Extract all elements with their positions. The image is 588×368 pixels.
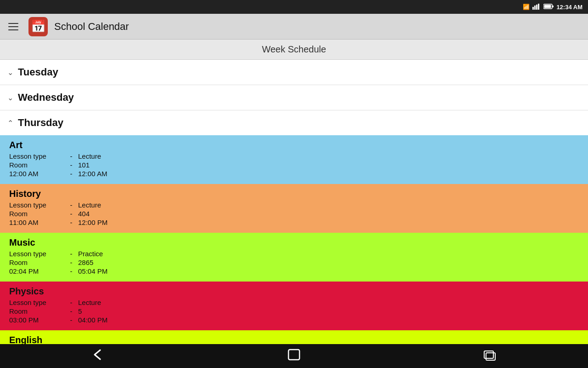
back-button[interactable] <box>82 345 115 367</box>
lesson-title-physics: Physics <box>9 286 579 297</box>
day-section-tuesday: ⌄ Tuesday <box>0 60 588 85</box>
lesson-title-history: History <box>9 189 579 199</box>
svg-rect-2 <box>536 5 537 10</box>
lesson-room-row-music: Room - 2865 <box>9 259 579 266</box>
day-name-tuesday: Tuesday <box>18 66 58 78</box>
day-name-thursday: Thursday <box>18 117 63 129</box>
day-header-tuesday[interactable]: ⌄ Tuesday <box>0 60 588 85</box>
week-schedule-header: Week Schedule <box>0 40 588 60</box>
day-name-wednesday: Wednesday <box>18 92 74 104</box>
home-button[interactable] <box>278 345 310 367</box>
chevron-thursday: ⌃ <box>7 119 13 127</box>
lesson-card-music[interactable]: Music Lesson type - Practice Room - 2865… <box>0 233 588 282</box>
lesson-room-row-physics: Room - 5 <box>9 307 579 315</box>
wifi-icon: 📶 <box>523 4 530 10</box>
main-content: ⌄ Tuesday ⌄ Wednesday ⌃ Thursday Art Les… <box>0 60 588 344</box>
lesson-type-row-music: Lesson type - Practice <box>9 250 579 258</box>
chevron-wednesday: ⌄ <box>7 93 13 102</box>
lesson-title-music: Music <box>9 237 579 248</box>
lesson-room-row-art: Room - 101 <box>9 161 579 169</box>
lesson-time-row-history: 11:00 AM - 12:00 PM <box>9 218 579 226</box>
lesson-type-row-physics: Lesson type - Lecture <box>9 299 579 306</box>
bottom-nav-bar <box>0 344 588 368</box>
lesson-card-history[interactable]: History Lesson type - Lecture Room - 404… <box>0 184 588 233</box>
day-header-wednesday[interactable]: ⌄ Wednesday <box>0 85 588 110</box>
svg-rect-1 <box>534 6 536 10</box>
svg-rect-5 <box>552 6 554 7</box>
menu-button[interactable] <box>6 21 20 32</box>
lesson-card-physics[interactable]: Physics Lesson type - Lecture Room - 5 0… <box>0 282 588 330</box>
lesson-time-row-art: 12:00 AM - 12:00 AM <box>9 170 579 178</box>
app-title: School Calendar <box>54 21 129 33</box>
lesson-type-row-art: Lesson type - Lecture <box>9 152 579 160</box>
day-header-thursday[interactable]: ⌃ Thursday <box>0 110 588 135</box>
lesson-room-row-history: Room - 404 <box>9 210 579 218</box>
day-section-thursday: ⌃ Thursday Art Lesson type - Lecture Roo… <box>0 110 588 344</box>
chevron-tuesday: ⌄ <box>7 68 13 77</box>
recents-button[interactable] <box>473 345 506 367</box>
battery-icon <box>543 4 554 11</box>
status-time: 12:34 AM <box>556 4 582 11</box>
svg-rect-6 <box>544 5 551 8</box>
svg-rect-3 <box>538 4 539 10</box>
lesson-card-art[interactable]: Art Lesson type - Lecture Room - 101 12:… <box>0 135 588 184</box>
lesson-title-english: English <box>9 335 579 344</box>
app-icon: 📅 <box>28 17 48 36</box>
lesson-card-english[interactable]: English Lesson type - Lecture <box>0 330 588 344</box>
lesson-time-row-music: 02:04 PM - 05:04 PM <box>9 267 579 275</box>
day-section-wednesday: ⌄ Wednesday <box>0 85 588 110</box>
status-bar: 📶 12:34 AM <box>0 0 588 14</box>
signal-icon <box>532 3 541 11</box>
svg-rect-7 <box>288 350 300 360</box>
svg-rect-0 <box>532 7 534 10</box>
app-bar: 📅 School Calendar <box>0 14 588 40</box>
lesson-title-art: Art <box>9 140 579 150</box>
lesson-type-row-history: Lesson type - Lecture <box>9 201 579 209</box>
lesson-time-row-physics: 03:00 PM - 04:00 PM <box>9 316 579 324</box>
